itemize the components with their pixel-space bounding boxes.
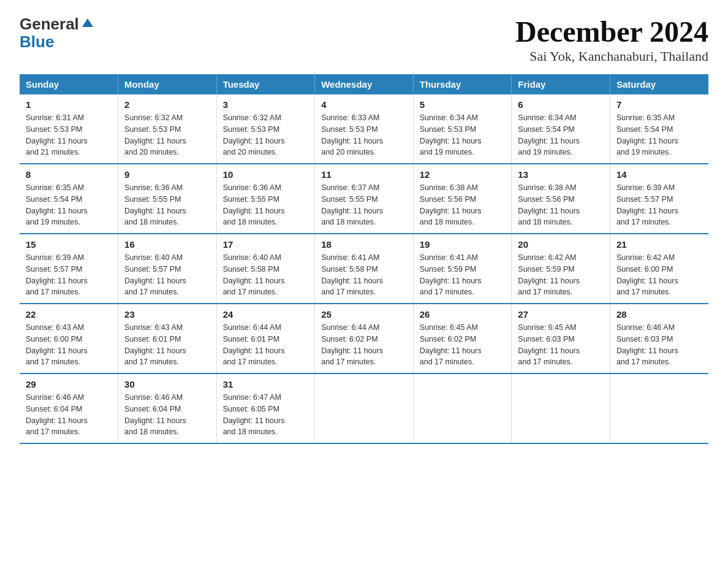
- day-info: Sunrise: 6:33 AMSunset: 5:53 PMDaylight:…: [321, 112, 407, 158]
- calendar-cell: 29Sunrise: 6:46 AMSunset: 6:04 PMDayligh…: [20, 373, 118, 443]
- day-number: 14: [616, 169, 702, 180]
- calendar-cell: 24Sunrise: 6:44 AMSunset: 6:01 PMDayligh…: [216, 304, 315, 373]
- calendar-cell: [610, 373, 708, 443]
- day-number: 17: [223, 239, 309, 250]
- weekday-header-thursday: Thursday: [413, 74, 512, 94]
- calendar-cell: 28Sunrise: 6:46 AMSunset: 6:03 PMDayligh…: [610, 304, 708, 373]
- day-info: Sunrise: 6:32 AMSunset: 5:53 PMDaylight:…: [223, 112, 309, 158]
- week-row-3: 15Sunrise: 6:39 AMSunset: 5:57 PMDayligh…: [20, 234, 708, 304]
- day-info: Sunrise: 6:46 AMSunset: 6:04 PMDaylight:…: [26, 392, 112, 438]
- calendar-cell: 2Sunrise: 6:32 AMSunset: 5:53 PMDaylight…: [118, 94, 217, 164]
- day-number: 8: [26, 169, 112, 180]
- day-info: Sunrise: 6:42 AMSunset: 5:59 PMDaylight:…: [518, 252, 604, 298]
- weekday-header-row: SundayMondayTuesdayWednesdayThursdayFrid…: [20, 74, 708, 94]
- calendar-cell: 8Sunrise: 6:35 AMSunset: 5:54 PMDaylight…: [20, 164, 118, 234]
- day-info: Sunrise: 6:36 AMSunset: 5:55 PMDaylight:…: [124, 182, 210, 228]
- calendar-cell: [512, 373, 610, 443]
- calendar-cell: 6Sunrise: 6:34 AMSunset: 5:54 PMDaylight…: [512, 94, 610, 164]
- day-number: 4: [321, 99, 407, 110]
- calendar-cell: 5Sunrise: 6:34 AMSunset: 5:53 PMDaylight…: [413, 94, 512, 164]
- page-header: General Blue December 2024 Sai Yok, Kanc…: [20, 15, 708, 64]
- day-number: 2: [124, 99, 210, 110]
- day-number: 18: [321, 239, 407, 250]
- page-subtitle: Sai Yok, Kanchanaburi, Thailand: [515, 48, 708, 64]
- day-info: Sunrise: 6:41 AMSunset: 5:58 PMDaylight:…: [321, 252, 407, 298]
- title-block: December 2024 Sai Yok, Kanchanaburi, Tha…: [515, 15, 708, 64]
- day-number: 13: [518, 169, 604, 180]
- calendar-cell: 23Sunrise: 6:43 AMSunset: 6:01 PMDayligh…: [118, 304, 217, 373]
- day-number: 12: [420, 169, 506, 180]
- calendar-cell: 12Sunrise: 6:38 AMSunset: 5:56 PMDayligh…: [413, 164, 512, 234]
- day-number: 20: [518, 239, 604, 250]
- logo-general-text: General: [20, 15, 79, 34]
- calendar-cell: 18Sunrise: 6:41 AMSunset: 5:58 PMDayligh…: [315, 234, 414, 304]
- day-number: 21: [616, 239, 702, 250]
- calendar-cell: 13Sunrise: 6:38 AMSunset: 5:56 PMDayligh…: [512, 164, 610, 234]
- calendar-cell: 22Sunrise: 6:43 AMSunset: 6:00 PMDayligh…: [20, 304, 118, 373]
- calendar-cell: 20Sunrise: 6:42 AMSunset: 5:59 PMDayligh…: [512, 234, 610, 304]
- calendar-cell: 15Sunrise: 6:39 AMSunset: 5:57 PMDayligh…: [20, 234, 118, 304]
- day-info: Sunrise: 6:45 AMSunset: 6:02 PMDaylight:…: [420, 322, 506, 368]
- calendar-cell: 3Sunrise: 6:32 AMSunset: 5:53 PMDaylight…: [216, 94, 315, 164]
- calendar-cell: 31Sunrise: 6:47 AMSunset: 6:05 PMDayligh…: [216, 373, 315, 443]
- page-title: December 2024: [515, 15, 708, 48]
- day-info: Sunrise: 6:39 AMSunset: 5:57 PMDaylight:…: [26, 252, 112, 298]
- weekday-header-tuesday: Tuesday: [216, 74, 315, 94]
- day-info: Sunrise: 6:37 AMSunset: 5:55 PMDaylight:…: [321, 182, 407, 228]
- week-row-4: 22Sunrise: 6:43 AMSunset: 6:00 PMDayligh…: [20, 304, 708, 373]
- calendar-cell: 11Sunrise: 6:37 AMSunset: 5:55 PMDayligh…: [315, 164, 414, 234]
- week-row-1: 1Sunrise: 6:31 AMSunset: 5:53 PMDaylight…: [20, 94, 708, 164]
- calendar-cell: 1Sunrise: 6:31 AMSunset: 5:53 PMDaylight…: [20, 94, 118, 164]
- day-info: Sunrise: 6:47 AMSunset: 6:05 PMDaylight:…: [223, 392, 309, 438]
- day-number: 7: [616, 99, 702, 110]
- calendar-cell: 19Sunrise: 6:41 AMSunset: 5:59 PMDayligh…: [413, 234, 512, 304]
- day-info: Sunrise: 6:44 AMSunset: 6:02 PMDaylight:…: [321, 322, 407, 368]
- calendar-cell: 14Sunrise: 6:39 AMSunset: 5:57 PMDayligh…: [610, 164, 708, 234]
- logo-blue-text: Blue: [20, 33, 94, 52]
- day-number: 23: [124, 309, 210, 320]
- day-info: Sunrise: 6:34 AMSunset: 5:54 PMDaylight:…: [518, 112, 604, 158]
- calendar-cell: 4Sunrise: 6:33 AMSunset: 5:53 PMDaylight…: [315, 94, 414, 164]
- day-number: 10: [223, 169, 309, 180]
- day-info: Sunrise: 6:39 AMSunset: 5:57 PMDaylight:…: [616, 182, 702, 228]
- day-info: Sunrise: 6:32 AMSunset: 5:53 PMDaylight:…: [124, 112, 210, 158]
- day-info: Sunrise: 6:34 AMSunset: 5:53 PMDaylight:…: [420, 112, 506, 158]
- calendar-cell: 7Sunrise: 6:35 AMSunset: 5:54 PMDaylight…: [610, 94, 708, 164]
- calendar-cell: [413, 373, 512, 443]
- day-number: 30: [124, 379, 210, 389]
- calendar-cell: 10Sunrise: 6:36 AMSunset: 5:55 PMDayligh…: [216, 164, 315, 234]
- weekday-header-monday: Monday: [118, 74, 217, 94]
- day-number: 9: [124, 169, 210, 180]
- day-number: 25: [321, 309, 407, 320]
- day-info: Sunrise: 6:43 AMSunset: 6:01 PMDaylight:…: [124, 322, 210, 368]
- calendar-cell: 21Sunrise: 6:42 AMSunset: 6:00 PMDayligh…: [610, 234, 708, 304]
- day-number: 24: [223, 309, 309, 320]
- day-info: Sunrise: 6:45 AMSunset: 6:03 PMDaylight:…: [518, 322, 604, 368]
- day-info: Sunrise: 6:46 AMSunset: 6:03 PMDaylight:…: [616, 322, 702, 368]
- day-number: 16: [124, 239, 210, 250]
- day-info: Sunrise: 6:35 AMSunset: 5:54 PMDaylight:…: [616, 112, 702, 158]
- day-number: 6: [518, 99, 604, 110]
- logo-triangle-icon: [81, 16, 94, 29]
- day-number: 27: [518, 309, 604, 320]
- weekday-header-friday: Friday: [512, 74, 610, 94]
- calendar-cell: 27Sunrise: 6:45 AMSunset: 6:03 PMDayligh…: [512, 304, 610, 373]
- day-info: Sunrise: 6:41 AMSunset: 5:59 PMDaylight:…: [420, 252, 506, 298]
- day-info: Sunrise: 6:43 AMSunset: 6:00 PMDaylight:…: [26, 322, 112, 368]
- day-number: 26: [420, 309, 506, 320]
- day-number: 3: [223, 99, 309, 110]
- day-number: 15: [26, 239, 112, 250]
- calendar-cell: 9Sunrise: 6:36 AMSunset: 5:55 PMDaylight…: [118, 164, 217, 234]
- day-info: Sunrise: 6:38 AMSunset: 5:56 PMDaylight:…: [420, 182, 506, 228]
- calendar-cell: 30Sunrise: 6:46 AMSunset: 6:04 PMDayligh…: [118, 373, 217, 443]
- day-number: 29: [26, 379, 112, 389]
- day-number: 28: [616, 309, 702, 320]
- day-info: Sunrise: 6:35 AMSunset: 5:54 PMDaylight:…: [26, 182, 112, 228]
- day-number: 19: [420, 239, 506, 250]
- weekday-header-sunday: Sunday: [20, 74, 118, 94]
- week-row-2: 8Sunrise: 6:35 AMSunset: 5:54 PMDaylight…: [20, 164, 708, 234]
- calendar-table: SundayMondayTuesdayWednesdayThursdayFrid…: [20, 74, 708, 444]
- day-number: 31: [223, 379, 309, 389]
- day-info: Sunrise: 6:36 AMSunset: 5:55 PMDaylight:…: [223, 182, 309, 228]
- calendar-cell: 16Sunrise: 6:40 AMSunset: 5:57 PMDayligh…: [118, 234, 217, 304]
